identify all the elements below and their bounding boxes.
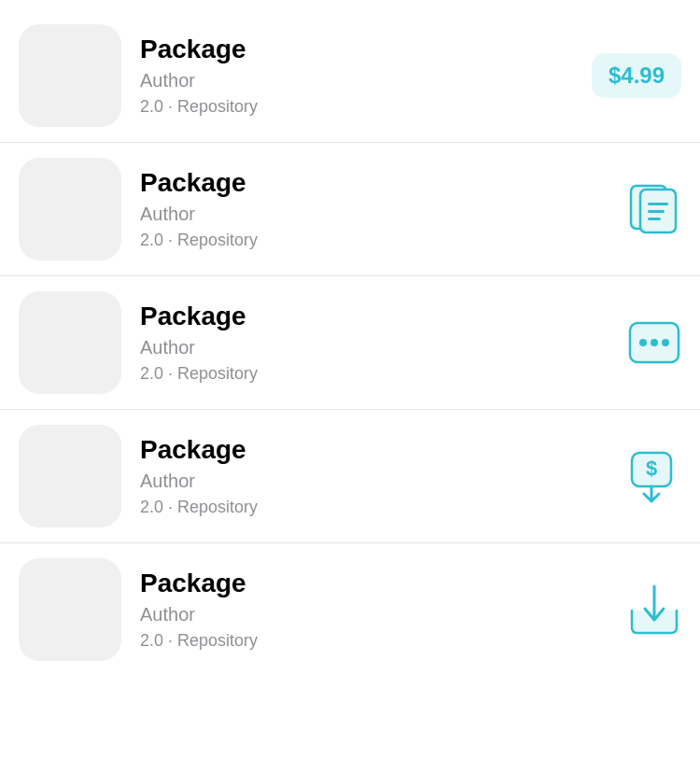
package-item-4[interactable]: Package Author 2.0 · Repository $ — [0, 410, 700, 543]
svg-rect-7 — [648, 218, 661, 220]
document-icon — [627, 182, 681, 236]
package-author-1: Author — [140, 68, 577, 92]
package-author-4: Author — [140, 469, 612, 493]
svg-text:$: $ — [646, 457, 657, 480]
svg-point-10 — [651, 339, 658, 346]
svg-point-9 — [639, 339, 647, 346]
package-action-purchase[interactable]: $ — [627, 449, 681, 503]
package-info-4: Package Author 2.0 · Repository — [140, 434, 612, 519]
package-author-2: Author — [140, 202, 612, 226]
package-icon-3 — [19, 291, 121, 394]
package-meta-1: 2.0 · Repository — [140, 96, 577, 118]
package-name-3: Package — [140, 301, 612, 332]
package-name-5: Package — [140, 568, 612, 599]
more-icon — [627, 316, 681, 370]
package-name-2: Package — [140, 167, 612, 199]
package-icon-4 — [19, 425, 121, 527]
package-item-3[interactable]: Package Author 2.0 · Repository — [0, 276, 700, 410]
package-action-price[interactable]: $4.99 — [592, 53, 681, 98]
package-action-download[interactable] — [627, 583, 681, 637]
svg-point-11 — [662, 339, 669, 346]
package-info-1: Package Author 2.0 · Repository — [140, 34, 577, 119]
package-action-document[interactable] — [627, 182, 681, 236]
package-action-more[interactable] — [627, 316, 681, 370]
package-author-5: Author — [140, 602, 612, 626]
package-item-2[interactable]: Package Author 2.0 · Repository — [0, 143, 700, 276]
package-item-1[interactable]: Package Author 2.0 · Repository $4.99 — [0, 9, 700, 143]
package-name-1: Package — [140, 34, 577, 65]
package-meta-3: 2.0 · Repository — [140, 363, 612, 385]
package-info-3: Package Author 2.0 · Repository — [140, 301, 612, 386]
package-meta-4: 2.0 · Repository — [140, 497, 612, 518]
download-icon — [627, 583, 681, 637]
svg-rect-6 — [648, 210, 665, 213]
package-list: Package Author 2.0 · Repository $4.99 Pa… — [0, 0, 700, 685]
package-icon-2 — [19, 158, 121, 260]
package-icon-5 — [19, 558, 121, 661]
package-item-5[interactable]: Package Author 2.0 · Repository — [0, 543, 700, 676]
package-author-3: Author — [140, 335, 612, 359]
price-text: $4.99 — [609, 63, 665, 88]
package-info-2: Package Author 2.0 · Repository — [140, 167, 612, 252]
price-badge[interactable]: $4.99 — [592, 53, 681, 98]
package-meta-2: 2.0 · Repository — [140, 230, 612, 251]
purchase-icon: $ — [627, 449, 681, 503]
package-info-5: Package Author 2.0 · Repository — [140, 568, 612, 653]
package-meta-5: 2.0 · Repository — [140, 630, 612, 652]
svg-rect-5 — [648, 203, 668, 205]
package-name-4: Package — [140, 434, 612, 466]
package-icon-1 — [19, 24, 121, 127]
